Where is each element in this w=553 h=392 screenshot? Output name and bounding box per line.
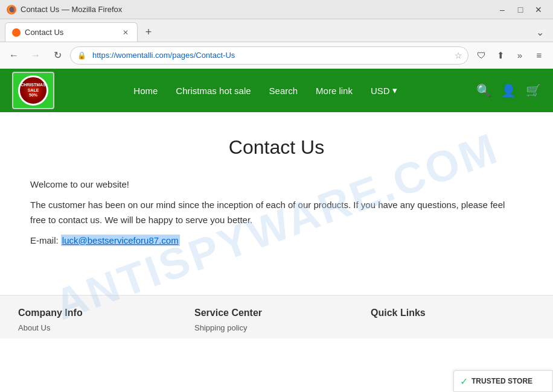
footer-service-shipping[interactable]: Shipping policy [194, 323, 359, 332]
cart-icon[interactable]: 🛒 [526, 83, 541, 98]
logo-inner: CHRISTMASSALE50% [18, 75, 48, 106]
nav-home[interactable]: Home [133, 86, 158, 96]
tab-title: Contact Us [25, 28, 117, 37]
footer-col-links: Quick Links [371, 308, 535, 332]
trusted-store-bar[interactable]: ✓ TRUSTED STORE [453, 370, 553, 392]
footer-service-title: Service Center [194, 308, 359, 318]
pocket-button[interactable]: 🛡 [472, 46, 490, 65]
bookmark-star-button[interactable]: ☆ [455, 51, 462, 60]
site-nav: CHRISTMASSALE50% Home Christmas hot sale… [0, 69, 553, 112]
nav-search[interactable]: Search [269, 86, 298, 96]
firefox-icon [6, 4, 17, 15]
tab-favicon [11, 28, 21, 37]
email-line: E-mail: luck@bestserviceforu87.com [30, 233, 523, 248]
toolbar-right: 🛡 ⬆ » ≡ [472, 46, 548, 65]
nav-icons: 🔍 👤 🛒 [476, 83, 541, 98]
tab-close-button[interactable]: ✕ [120, 27, 131, 38]
chevron-down-icon: ▾ [392, 85, 397, 96]
tabbar: Contact Us ✕ + ⌄ [0, 19, 553, 42]
share-button[interactable]: ⬆ [491, 46, 510, 65]
address-input[interactable] [70, 46, 468, 65]
welcome-text: Welcome to our website! [30, 177, 523, 192]
refresh-button[interactable]: ↻ [48, 46, 66, 65]
main-content: Contact Us Welcome to our website! The c… [0, 112, 553, 271]
trusted-shield-icon: ✓ [460, 376, 468, 387]
forward-button[interactable]: → [27, 46, 45, 65]
footer-col-service: Service Center Shipping policy [194, 308, 359, 332]
body-text: The customer has been on our mind since … [30, 197, 523, 228]
new-tab-button[interactable]: + [140, 24, 157, 40]
footer-company-title: Company Info [18, 308, 182, 318]
nav-more-link[interactable]: More link [316, 86, 353, 96]
email-label: E-mail: [30, 235, 61, 245]
lock-icon: 🔒 [77, 51, 86, 60]
footer-col-company: Company Info About Us [18, 308, 182, 332]
email-link[interactable]: luck@bestserviceforu87.com [61, 235, 180, 246]
tab-list-button[interactable]: ⌄ [531, 24, 548, 40]
addressbar: ← → ↻ 🔒 ☆ 🛡 ⬆ » ≡ [0, 42, 553, 69]
footer-links-title: Quick Links [371, 308, 535, 318]
titlebar: Contact Us — Mozilla Firefox – □ ✕ [0, 0, 553, 19]
active-tab[interactable]: Contact Us ✕ [5, 22, 138, 42]
website: ANTISPYWARE.COM CHRISTMASSALE50% Home Ch… [0, 69, 553, 392]
address-icons: ☆ [455, 51, 462, 60]
nav-currency[interactable]: USD ▾ [371, 85, 397, 96]
site-logo[interactable]: CHRISTMASSALE50% [12, 72, 54, 109]
address-wrapper: 🔒 ☆ [70, 46, 468, 65]
window-title: Contact Us — Mozilla Firefox [21, 5, 122, 14]
close-button[interactable]: ✕ [530, 3, 547, 16]
nav-christmas-sale[interactable]: Christmas hot sale [176, 86, 251, 96]
account-icon[interactable]: 👤 [501, 83, 516, 98]
menu-button[interactable]: ≡ [530, 46, 548, 65]
svg-point-1 [12, 28, 21, 37]
maximize-button[interactable]: □ [512, 3, 529, 16]
site-footer: Company Info About Us Service Center Shi… [0, 295, 553, 338]
minimize-button[interactable]: – [494, 3, 511, 16]
footer-company-about[interactable]: About Us [18, 323, 182, 332]
logo-text: CHRISTMASSALE50% [21, 83, 46, 98]
nav-links: Home Christmas hot sale Search More link… [66, 85, 464, 96]
page-title: Contact Us [30, 136, 523, 159]
back-button[interactable]: ← [5, 46, 23, 65]
search-icon[interactable]: 🔍 [476, 83, 491, 98]
trusted-store-text: TRUSTED STORE [471, 377, 532, 385]
extensions-button[interactable]: » [511, 46, 529, 65]
